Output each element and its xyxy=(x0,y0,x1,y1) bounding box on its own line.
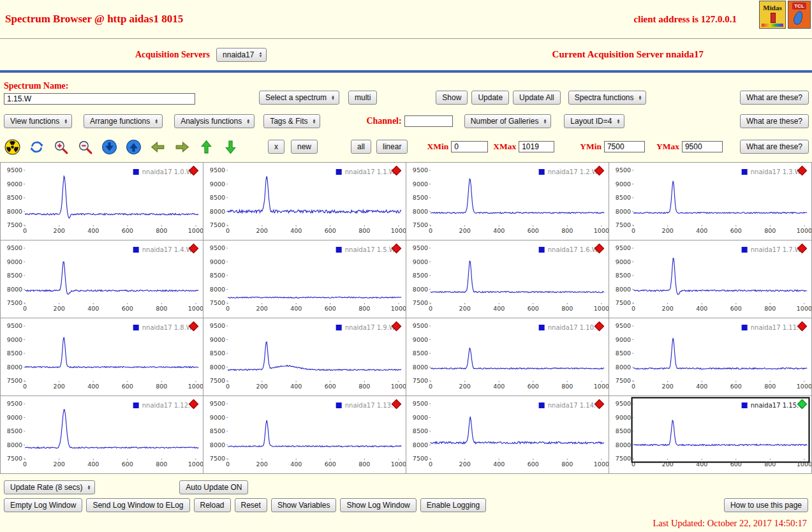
all-button[interactable]: all xyxy=(351,140,371,154)
zoom-in-icon[interactable] xyxy=(53,139,69,155)
legend-swatch xyxy=(539,403,545,408)
spectrum-cell[interactable]: 7500800085009000950002004006008001000nna… xyxy=(203,396,406,474)
svg-text:1000: 1000 xyxy=(797,383,811,390)
spectrum-cell[interactable]: 7500800085009000950002004006008001000nna… xyxy=(609,240,812,318)
svg-text:800: 800 xyxy=(561,461,573,468)
update-all-button[interactable]: Update All xyxy=(513,91,561,105)
svg-text:7500: 7500 xyxy=(413,455,428,462)
svg-text:1000: 1000 xyxy=(188,305,203,312)
linear-button[interactable]: linear xyxy=(376,140,408,154)
svg-text:600: 600 xyxy=(122,383,133,390)
spectrum-chart: 7500800085009000950002004006008001000nna… xyxy=(406,318,609,395)
svg-text:9000: 9000 xyxy=(210,336,225,343)
acquisition-server-select[interactable]: nnaida17 ▲▼ xyxy=(216,48,267,62)
svg-text:8500: 8500 xyxy=(616,194,631,201)
svg-text:9500: 9500 xyxy=(413,400,428,407)
number-of-galleries-select[interactable]: Number of Galleries ▲▼ xyxy=(464,114,552,128)
svg-text:1000: 1000 xyxy=(594,305,609,312)
spectrum-name-label: Spectrum Name: xyxy=(4,81,196,91)
enable-logging-button[interactable]: Enable Logging xyxy=(420,498,486,512)
spectrum-cell[interactable]: 7500800085009000950002004006008001000nna… xyxy=(609,396,812,474)
svg-text:9500: 9500 xyxy=(7,166,22,174)
show-button[interactable]: Show xyxy=(436,91,468,105)
spectrum-cell[interactable]: 7500800085009000950002004006008001000nna… xyxy=(203,240,406,318)
spectrum-cell[interactable]: 7500800085009000950002004006008001000nna… xyxy=(406,240,609,318)
select-spectrum-select[interactable]: Select a spectrum ▲▼ xyxy=(259,91,339,105)
svg-text:0: 0 xyxy=(23,461,27,468)
tags-fits-select[interactable]: Tags & Fits ▲▼ xyxy=(263,114,320,128)
auto-update-button[interactable]: Auto Update ON xyxy=(179,480,248,494)
xmax-input[interactable] xyxy=(519,141,554,152)
update-button[interactable]: Update xyxy=(471,91,509,105)
arrow-down-circle-icon[interactable] xyxy=(101,139,117,155)
what-are-these-button-3[interactable]: What are these? xyxy=(740,140,809,154)
tcl-feather-icon xyxy=(792,10,804,26)
spectrum-line xyxy=(228,176,401,212)
xmin-input[interactable] xyxy=(451,141,488,152)
midas-logo[interactable]: Midas xyxy=(759,1,786,29)
svg-text:9500: 9500 xyxy=(7,322,22,329)
svg-text:8000: 8000 xyxy=(413,286,428,293)
svg-text:1000: 1000 xyxy=(391,461,406,468)
radiation-icon[interactable] xyxy=(4,139,20,155)
select-stepper-icon: ▲▼ xyxy=(639,95,642,101)
legend-swatch xyxy=(133,325,139,330)
view-functions-select[interactable]: View functions ▲▼ xyxy=(4,114,72,128)
layout-id-value: Layout ID=4 xyxy=(570,117,612,126)
ymax-input[interactable] xyxy=(682,141,723,152)
spectrum-cell[interactable]: 7500800085009000950002004006008001000nna… xyxy=(203,318,406,396)
spectrum-cell[interactable]: 7500800085009000950002004006008001000nna… xyxy=(609,318,812,396)
spectrum-chart: 7500800085009000950002004006008001000nna… xyxy=(1,240,203,317)
select-stepper-icon: ▲▼ xyxy=(543,119,547,124)
svg-text:9500: 9500 xyxy=(616,322,631,329)
arrow-left-icon[interactable] xyxy=(150,139,166,155)
analysis-functions-select[interactable]: Analysis functions ▲▼ xyxy=(174,114,255,128)
refresh-icon[interactable] xyxy=(29,139,45,155)
new-button[interactable]: new xyxy=(291,140,318,154)
what-are-these-button-2[interactable]: What are these? xyxy=(740,114,809,128)
x-button[interactable]: x xyxy=(268,140,284,154)
reset-button[interactable]: Reset xyxy=(235,498,267,512)
svg-text:7500: 7500 xyxy=(210,221,225,228)
layout-id-select[interactable]: Layout ID=4 ▲▼ xyxy=(564,114,624,128)
spectrum-cell[interactable]: 7500800085009000950002004006008001000nna… xyxy=(406,396,609,474)
legend-label: nnaida17 1.4.W xyxy=(142,247,193,254)
svg-text:600: 600 xyxy=(730,383,742,390)
multi-button[interactable]: multi xyxy=(348,91,377,105)
log-buttons-row: Empty Log Window Send Log Window to ELog… xyxy=(0,494,812,512)
ymin-input[interactable] xyxy=(604,141,645,152)
arrow-right-icon[interactable] xyxy=(174,139,190,155)
arrow-up-icon[interactable] xyxy=(198,139,214,155)
svg-text:9500: 9500 xyxy=(210,244,225,251)
svg-text:9000: 9000 xyxy=(616,414,631,421)
arrange-functions-select[interactable]: Arrange functions ▲▼ xyxy=(84,114,163,128)
spectrum-cell[interactable]: 7500800085009000950002004006008001000nna… xyxy=(203,163,406,240)
what-are-these-button-1[interactable]: What are these? xyxy=(740,91,809,105)
spectrum-name-input[interactable] xyxy=(4,93,195,105)
spectrum-cell[interactable]: 7500800085009000950002004006008001000nna… xyxy=(1,396,203,474)
spectrum-cell[interactable]: 7500800085009000950002004006008001000nna… xyxy=(1,163,203,240)
update-rate-select[interactable]: Update Rate (8 secs) ▲▼ xyxy=(4,480,95,494)
spectrum-cell[interactable]: 7500800085009000950002004006008001000nna… xyxy=(406,318,609,396)
arrow-up-circle-icon[interactable] xyxy=(126,139,142,155)
page-title: Spectrum Browser @ http aidas1 8015 xyxy=(5,13,183,26)
spectra-functions-select[interactable]: Spectra functions ▲▼ xyxy=(568,91,647,105)
show-log-window-button[interactable]: Show Log Window xyxy=(340,498,416,512)
show-variables-button[interactable]: Show Variables xyxy=(271,498,337,512)
reload-button[interactable]: Reload xyxy=(194,498,231,512)
spectrum-cell[interactable]: 7500800085009000950002004006008001000nna… xyxy=(609,163,812,240)
arrow-down-icon[interactable] xyxy=(223,139,239,155)
spectrum-line xyxy=(25,410,198,448)
svg-text:400: 400 xyxy=(696,383,707,390)
spectrum-cell[interactable]: 7500800085009000950002004006008001000nna… xyxy=(406,163,609,240)
channel-input[interactable] xyxy=(404,115,453,127)
how-to-use-button[interactable]: How to use this page xyxy=(724,498,808,512)
svg-text:8500: 8500 xyxy=(7,272,22,279)
svg-text:8500: 8500 xyxy=(210,272,225,279)
tcl-logo[interactable]: TCL xyxy=(788,1,811,29)
zoom-out-icon[interactable] xyxy=(77,139,93,155)
send-log-to-elog-button[interactable]: Send Log Window to ELog xyxy=(86,498,189,512)
empty-log-window-button[interactable]: Empty Log Window xyxy=(4,498,82,512)
spectrum-cell[interactable]: 7500800085009000950002004006008001000nna… xyxy=(1,318,203,396)
spectrum-cell[interactable]: 7500800085009000950002004006008001000nna… xyxy=(1,240,203,318)
